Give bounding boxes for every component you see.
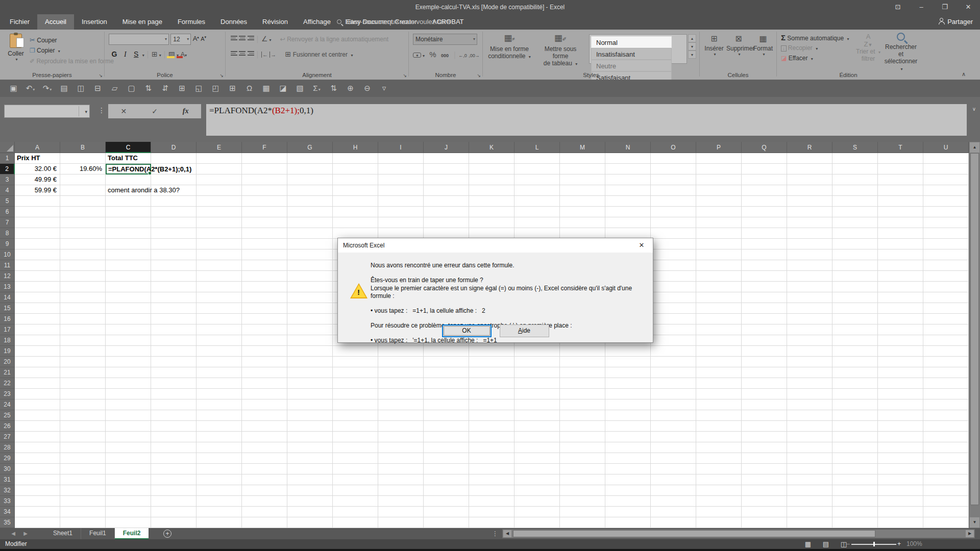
- cell-J33[interactable]: [424, 496, 469, 507]
- cell-J7[interactable]: [424, 217, 469, 228]
- cell-A14[interactable]: [15, 292, 60, 303]
- cell-O34[interactable]: [651, 507, 696, 517]
- cell-K24[interactable]: [469, 399, 514, 410]
- cell-G20[interactable]: [287, 357, 333, 367]
- cell-O5[interactable]: [651, 196, 696, 207]
- cell-P23[interactable]: [696, 389, 742, 399]
- cell-T14[interactable]: [878, 292, 923, 303]
- cell-T22[interactable]: [878, 378, 923, 389]
- cell-R21[interactable]: [787, 367, 832, 378]
- cell-E18[interactable]: [197, 335, 242, 346]
- cell-P27[interactable]: [696, 432, 742, 442]
- cell-D24[interactable]: [151, 399, 197, 410]
- insert-function-icon[interactable]: fx: [183, 107, 189, 115]
- cell-S16[interactable]: [832, 314, 878, 324]
- cell-P18[interactable]: [696, 335, 742, 346]
- cell-A31[interactable]: [15, 474, 60, 485]
- cell-N3[interactable]: [605, 174, 651, 185]
- cell-A26[interactable]: [15, 421, 60, 432]
- cell-R15[interactable]: [787, 303, 832, 314]
- decrease-font-button[interactable]: A▾: [201, 36, 206, 42]
- cell-F11[interactable]: [242, 260, 287, 271]
- cell-B29[interactable]: [60, 453, 106, 464]
- cell-O2[interactable]: [651, 164, 696, 174]
- cell-N28[interactable]: [605, 442, 651, 453]
- cell-N27[interactable]: [605, 432, 651, 442]
- cell-P16[interactable]: [696, 314, 742, 324]
- cell-A15[interactable]: [15, 303, 60, 314]
- cell-D30[interactable]: [151, 464, 197, 474]
- comma-style-button[interactable]: 000: [441, 53, 449, 58]
- currency-icon[interactable]: ●: [413, 53, 421, 58]
- cell-O19[interactable]: [651, 346, 696, 357]
- col-header-H[interactable]: H: [333, 142, 378, 153]
- cell-F1[interactable]: [242, 153, 287, 164]
- cell-N2[interactable]: [605, 164, 651, 174]
- cell-U11[interactable]: [923, 260, 969, 271]
- cell-Q27[interactable]: [742, 432, 787, 442]
- cell-J35[interactable]: [424, 517, 469, 528]
- ribbon-tab-fichier[interactable]: Fichier: [2, 14, 37, 30]
- insert-cells-button[interactable]: ⊞Insérer▾: [702, 34, 726, 57]
- cell-M20[interactable]: [560, 357, 605, 367]
- number-format-select[interactable]: Monétaire▾: [413, 34, 477, 45]
- cell-U32[interactable]: [923, 485, 969, 496]
- cell-T8[interactable]: [878, 228, 923, 239]
- cell-G35[interactable]: [287, 517, 333, 528]
- cell-P35[interactable]: [696, 517, 742, 528]
- cell-M34[interactable]: [560, 507, 605, 517]
- cell-C26[interactable]: [106, 421, 151, 432]
- cell-I19[interactable]: [378, 346, 424, 357]
- row-header-27[interactable]: 27: [0, 432, 15, 442]
- cell-O28[interactable]: [651, 442, 696, 453]
- cell-K23[interactable]: [469, 389, 514, 399]
- increase-font-button[interactable]: A▴: [193, 35, 199, 42]
- expand-formula-bar-icon[interactable]: ∨: [972, 106, 976, 112]
- cell-U31[interactable]: [923, 474, 969, 485]
- protect-icon[interactable]: ◫: [72, 80, 89, 97]
- cell-A30[interactable]: [15, 464, 60, 474]
- cell-P6[interactable]: [696, 207, 742, 217]
- cell-H27[interactable]: [333, 432, 378, 442]
- cell-G1[interactable]: [287, 153, 333, 164]
- cell-I3[interactable]: [378, 174, 424, 185]
- formula-input[interactable]: =PLAFOND(A2*(B2+1);0,1): [206, 104, 967, 136]
- share-button[interactable]: Partager: [939, 14, 973, 30]
- cell-P11[interactable]: [696, 260, 742, 271]
- cell-T24[interactable]: [878, 399, 923, 410]
- sort-az-icon[interactable]: ⇅: [140, 80, 157, 97]
- cell-J21[interactable]: [424, 367, 469, 378]
- cell-F4[interactable]: [242, 185, 287, 196]
- format-painter-button[interactable]: ✐ Reproduire la mise en forme: [30, 56, 114, 67]
- cell-E11[interactable]: [197, 260, 242, 271]
- cell-K34[interactable]: [469, 507, 514, 517]
- cell-Q10[interactable]: [742, 249, 787, 260]
- cell-M24[interactable]: [560, 399, 605, 410]
- sheet-tab-feuil2[interactable]: Feuil2: [115, 528, 149, 539]
- cell-R29[interactable]: [787, 453, 832, 464]
- cell-A8[interactable]: [15, 228, 60, 239]
- cell-L2[interactable]: [514, 164, 560, 174]
- cell-G12[interactable]: [287, 271, 333, 282]
- cell-Q17[interactable]: [742, 324, 787, 335]
- cell-H3[interactable]: [333, 174, 378, 185]
- cell-B21[interactable]: [60, 367, 106, 378]
- scroll-left-icon[interactable]: ◀: [503, 530, 511, 537]
- cell-U17[interactable]: [923, 324, 969, 335]
- cell-D35[interactable]: [151, 517, 197, 528]
- cell-R19[interactable]: [787, 346, 832, 357]
- cell-H7[interactable]: [333, 217, 378, 228]
- cell-S19[interactable]: [832, 346, 878, 357]
- cell-T13[interactable]: [878, 282, 923, 292]
- scroll-down-icon[interactable]: ▼: [970, 517, 979, 528]
- cell-Q25[interactable]: [742, 410, 787, 421]
- cell-I2[interactable]: [378, 164, 424, 174]
- cell-A21[interactable]: [15, 367, 60, 378]
- cell-P13[interactable]: [696, 282, 742, 292]
- row-header-29[interactable]: 29: [0, 453, 15, 464]
- cell-H32[interactable]: [333, 485, 378, 496]
- row-header-10[interactable]: 10: [0, 249, 15, 260]
- align-top-icon[interactable]: [231, 35, 237, 41]
- cell-J34[interactable]: [424, 507, 469, 517]
- cell-B33[interactable]: [60, 496, 106, 507]
